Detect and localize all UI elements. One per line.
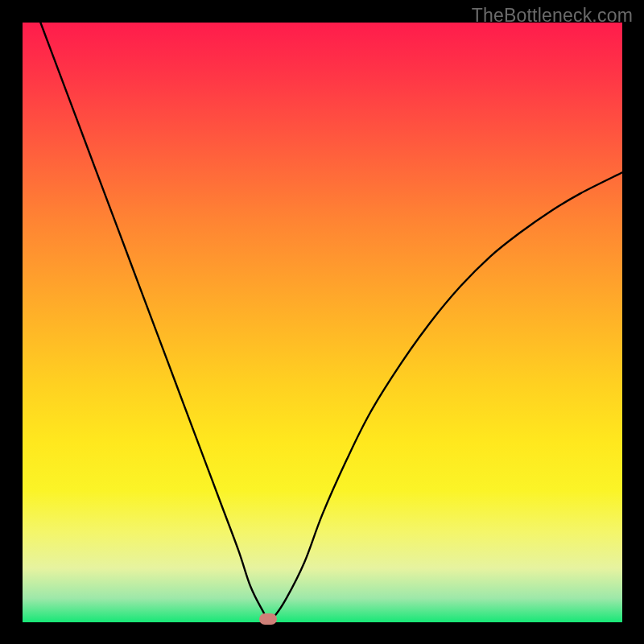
bottleneck-curve xyxy=(23,23,622,622)
watermark-text: TheBottleneck.com xyxy=(472,5,633,27)
chart-frame xyxy=(23,23,622,622)
minimum-marker xyxy=(259,613,277,625)
